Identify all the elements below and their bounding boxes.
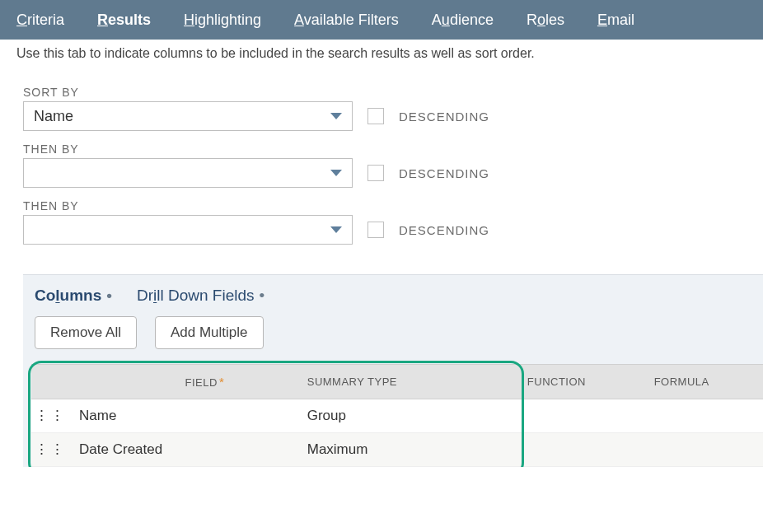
required-dot-icon: • xyxy=(106,287,112,305)
cell-field[interactable]: Name xyxy=(69,399,301,433)
subtabbar: Columns• Drill Down Fields• xyxy=(23,275,763,313)
descending-label-1: DESCENDING xyxy=(399,110,489,124)
dropdown-caret-icon xyxy=(330,226,342,233)
cell-function[interactable] xyxy=(466,433,647,467)
tab-highlighting[interactable]: Highlighting xyxy=(184,12,261,29)
cell-formula[interactable] xyxy=(648,433,763,467)
dropdown-caret-icon xyxy=(330,113,342,119)
sort-by-label: SORT BY xyxy=(23,86,740,99)
then-by-1-descending-checkbox[interactable] xyxy=(367,165,384,181)
th-field: FIELD* xyxy=(69,365,301,399)
sort-by-descending-checkbox[interactable] xyxy=(367,108,384,124)
dropdown-caret-icon xyxy=(330,170,342,176)
required-dot-icon: • xyxy=(260,287,265,305)
cell-summary-type[interactable]: Group xyxy=(301,399,466,433)
columns-panel: Columns• Drill Down Fields• Remove All A… xyxy=(23,274,763,467)
then-by-select-2[interactable] xyxy=(23,215,353,245)
tab-criteria[interactable]: Criteria xyxy=(16,12,64,29)
tab-description: Use this tab to indicate columns to be i… xyxy=(0,40,763,74)
descending-label-3: DESCENDING xyxy=(399,223,489,237)
th-summary-type: SUMMARY TYPE xyxy=(301,365,466,399)
tab-results[interactable]: Results xyxy=(97,12,151,29)
add-multiple-button[interactable]: Add Multiple xyxy=(155,316,264,349)
cell-field[interactable]: Date Created xyxy=(69,433,301,467)
cell-formula[interactable] xyxy=(648,399,763,433)
tab-audience[interactable]: Audience xyxy=(432,12,494,29)
main-tabbar: Criteria Results Highlighting Available … xyxy=(0,0,763,40)
tab-roles[interactable]: Roles xyxy=(527,12,564,29)
drag-handle-icon[interactable]: ⋮⋮ xyxy=(31,399,69,433)
th-formula: FORMULA xyxy=(648,365,763,399)
cell-summary-type[interactable]: Maximum xyxy=(301,433,466,467)
sort-by-value: Name xyxy=(34,108,73,125)
columns-table: FIELD* SUMMARY TYPE FUNCTION FORMULA ⋮⋮ … xyxy=(31,364,763,467)
remove-all-button[interactable]: Remove All xyxy=(35,316,137,349)
subtab-drill-down[interactable]: Drill Down Fields• xyxy=(137,287,264,305)
th-function: FUNCTION xyxy=(466,365,647,399)
tab-email[interactable]: Email xyxy=(597,12,634,29)
subtab-columns[interactable]: Columns• xyxy=(35,287,112,305)
sort-by-select[interactable]: Name xyxy=(23,101,353,131)
then-by-select-1[interactable] xyxy=(23,158,353,188)
required-asterisk-icon: * xyxy=(219,375,224,389)
table-row[interactable]: ⋮⋮ Name Group xyxy=(31,399,763,433)
descending-label-2: DESCENDING xyxy=(399,166,489,180)
then-by-label-1: THEN BY xyxy=(23,142,740,156)
tab-available-filters[interactable]: Available Filters xyxy=(294,12,399,29)
sort-section: SORT BY Name DESCENDING THEN BY DESCENDI… xyxy=(0,86,763,254)
table-row[interactable]: ⋮⋮ Date Created Maximum xyxy=(31,433,763,467)
then-by-2-descending-checkbox[interactable] xyxy=(367,222,384,238)
columns-button-row: Remove All Add Multiple xyxy=(23,313,763,364)
cell-function[interactable] xyxy=(466,399,647,433)
drag-handle-icon[interactable]: ⋮⋮ xyxy=(31,433,69,467)
then-by-label-2: THEN BY xyxy=(23,199,740,212)
